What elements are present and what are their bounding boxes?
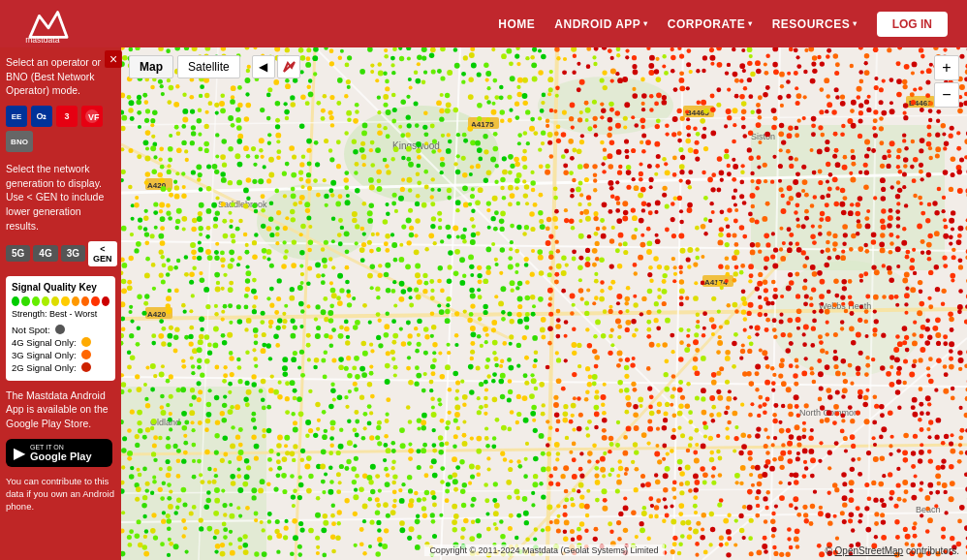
svg-rect-10 xyxy=(121,387,266,560)
app-text: The Mastdata Android App is available on… xyxy=(6,389,115,431)
3g-only-dot xyxy=(81,350,91,359)
svg-text:North Common: North Common xyxy=(799,408,858,418)
svg-text:Webbs Heath: Webbs Heath xyxy=(819,301,871,311)
signal-dot-1 xyxy=(12,296,19,306)
google-play-icon: ▶ xyxy=(14,444,25,462)
zoom-in-button[interactable]: + xyxy=(934,55,959,80)
svg-text:A4174: A4174 xyxy=(704,278,728,287)
2g-only-label: 2G Signal Only: xyxy=(12,362,77,373)
sidebar-operator-section: Select an operator or BNO (Best Network … xyxy=(6,55,115,152)
svg-text:VF: VF xyxy=(88,112,100,122)
svg-point-9 xyxy=(770,261,925,377)
svg-text:Beach: Beach xyxy=(916,505,941,514)
generation-instruction: Select the network generation to display… xyxy=(6,162,115,233)
signal-dot-2 xyxy=(21,296,29,306)
signal-dot-6 xyxy=(61,296,69,306)
operator-instruction: Select an operator or BNO (Best Network … xyxy=(6,55,115,98)
svg-text:Kingswood: Kingswood xyxy=(392,140,440,151)
mastdata-nav-button[interactable] xyxy=(277,55,300,78)
signal-dot-7 xyxy=(72,296,79,306)
4g-only-dot xyxy=(81,337,91,347)
signal-dot-4 xyxy=(42,296,49,306)
svg-text:B4461: B4461 xyxy=(909,99,932,108)
android-app-caret: ▾ xyxy=(643,19,648,28)
gen-less-button[interactable]: < GEN xyxy=(88,241,117,266)
nav-resources[interactable]: RESOURCES ▾ xyxy=(772,17,858,31)
signal-strength-label: Strength: Best - Worst xyxy=(12,309,109,319)
svg-text:B4465: B4465 xyxy=(686,109,709,117)
signal-dot-5 xyxy=(51,296,59,306)
sidebar-generation-section: Select the network generation to display… xyxy=(6,162,115,265)
signal-dots-row xyxy=(12,296,109,306)
mastdata-logo[interactable]: mastdata xyxy=(19,5,78,44)
svg-text:mastdata: mastdata xyxy=(25,35,59,44)
not-spot-dot xyxy=(55,325,65,334)
nav-arrows: ◀ xyxy=(252,55,300,78)
map-controls: Map Satellite ◀ xyxy=(129,55,300,78)
gen-4g-button[interactable]: 4G xyxy=(33,245,57,262)
sidebar-close-button[interactable]: × xyxy=(105,50,122,68)
gen-5g-button[interactable]: 5G xyxy=(6,245,30,262)
signal-dot-8 xyxy=(81,296,89,306)
svg-text:A420: A420 xyxy=(147,310,167,319)
not-spot-label: Not Spot: xyxy=(12,325,50,335)
signal-dot-10 xyxy=(102,296,109,306)
operator-three[interactable]: 3 xyxy=(56,106,78,127)
signal-dot-3 xyxy=(32,296,40,306)
svg-text:Siston: Siston xyxy=(751,132,775,141)
zoom-out-button[interactable]: − xyxy=(934,82,959,108)
gen-3g-button[interactable]: 3G xyxy=(61,245,85,262)
signal-dot-9 xyxy=(91,296,99,306)
generation-buttons: 5G 4G 3G < GEN xyxy=(6,241,115,266)
3g-only-row: 3G Signal Only: xyxy=(12,350,109,360)
operator-bno[interactable]: BNO xyxy=(6,131,33,152)
resources-caret: ▾ xyxy=(853,19,858,28)
header: mastdata HOME ANDROID APP ▾ CORPORATE ▾ … xyxy=(0,0,967,47)
2g-only-dot xyxy=(81,362,91,372)
operator-o2[interactable]: O₂ xyxy=(31,106,52,127)
2g-only-row: 2G Signal Only: xyxy=(12,362,109,373)
svg-marker-0 xyxy=(30,12,67,37)
nav-links: HOME ANDROID APP ▾ CORPORATE ▾ RESOURCES… xyxy=(498,12,948,37)
corporate-caret: ▾ xyxy=(748,19,753,28)
svg-text:A420: A420 xyxy=(147,181,167,190)
operator-ee[interactable]: EE xyxy=(6,106,27,127)
google-play-badge[interactable]: ▶ GET IT ON Google Play xyxy=(6,439,112,467)
satellite-tab-button[interactable]: Satellite xyxy=(177,55,240,78)
google-play-store-label: Google Play xyxy=(30,451,92,462)
nav-home[interactable]: HOME xyxy=(498,17,535,31)
openstreetmap-link[interactable]: OpenStreetMap xyxy=(835,545,904,556)
login-button[interactable]: LOG IN xyxy=(877,12,948,37)
operator-icons: EE O₂ 3 VF BNO xyxy=(6,106,115,152)
svg-text:Saddlebrook: Saddlebrook xyxy=(218,200,267,209)
svg-text:A4175: A4175 xyxy=(471,120,494,129)
map-copyright: © OpenStreetMap contributors. xyxy=(825,545,959,556)
nav-android-app[interactable]: ANDROID APP ▾ xyxy=(554,17,648,31)
logo-area: mastdata xyxy=(19,5,78,44)
get-it-on-label: GET IT ON xyxy=(30,444,92,451)
svg-text:Oldland: Oldland xyxy=(150,418,180,427)
4g-only-row: 4G Signal Only: xyxy=(12,337,109,348)
sidebar: Select an operator or BNO (Best Network … xyxy=(0,47,121,560)
operator-vodafone[interactable]: VF xyxy=(81,106,103,127)
map-container[interactable]: Kingswood Saddlebrook Siston Webbs Heath… xyxy=(121,47,967,560)
nav-corporate[interactable]: CORPORATE ▾ xyxy=(668,17,753,31)
zoom-controls: + − xyxy=(934,55,959,108)
3g-only-label: 3G Signal Only: xyxy=(12,350,77,360)
back-arrow-button[interactable]: ◀ xyxy=(252,55,275,78)
map-tab-button[interactable]: Map xyxy=(129,55,173,78)
svg-marker-49 xyxy=(284,62,295,72)
signal-key-box: Signal Quality Key Strength: Best - Wors… xyxy=(6,276,115,381)
map-attribution: Copyright © 2011-2024 Mastdata (Geolat S… xyxy=(423,544,664,556)
signal-key-title: Signal Quality Key xyxy=(12,282,109,293)
mastdata-icon xyxy=(281,59,296,75)
contribute-text: You can contribute to this data if you o… xyxy=(6,475,115,513)
not-spot-row: Not Spot: xyxy=(12,325,109,335)
google-play-text: GET IT ON Google Play xyxy=(30,444,92,462)
4g-only-label: 4G Signal Only: xyxy=(12,337,77,348)
map-svg: Kingswood Saddlebrook Siston Webbs Heath… xyxy=(121,47,967,560)
